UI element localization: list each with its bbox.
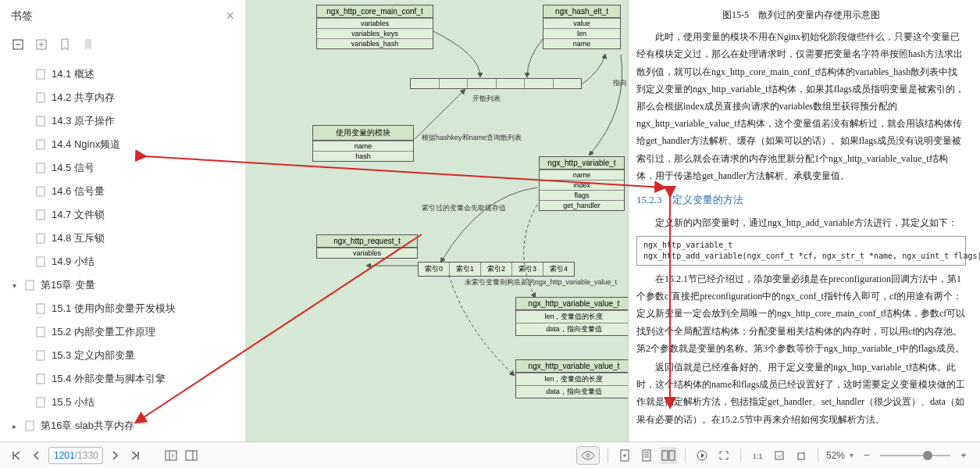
bookmark-item[interactable]: ▸第16章 slab共享内存 [8,414,237,438]
svg-rect-38 [775,452,783,459]
paragraph: 在15.2.1节已经介绍过，添加变量必须是在preconfiguration回调… [636,270,966,357]
page-layout-button[interactable] [183,447,200,464]
svg-rect-34 [662,451,668,460]
svg-rect-26 [186,451,197,460]
paragraph: 此时，使用变量的模块不用在Nginx初始化阶段做些什么，只要这个变量已经有模块定… [636,28,966,184]
zoom-slider[interactable] [880,449,950,462]
bookmark-item[interactable]: 15.1 使用内部变量开发模块 [8,297,237,320]
svg-rect-7 [37,116,45,126]
play-button[interactable] [693,447,711,464]
svg-rect-20 [26,421,34,430]
svg-point-28 [586,454,590,457]
first-page-button[interactable] [8,447,25,464]
svg-rect-18 [37,374,45,384]
bookmark-item[interactable]: 14.6 信号量 [8,180,237,203]
expand-all-icon[interactable] [11,38,25,52]
toggle-sidebar-button[interactable] [162,447,180,464]
page-text: 图15-5 散列过的变量内存使用示意图 此时，使用变量的模块不用在Nginx初始… [629,0,980,441]
bookmark-page-icon [36,327,47,338]
bookmark-page-icon [36,397,47,408]
svg-rect-8 [37,140,45,149]
single-page-button[interactable] [616,447,633,464]
paragraph: 定义新的内部变量时，通过ngx_http_add_variable方法进行，其定… [636,214,966,231]
rotate-button[interactable] [793,447,810,464]
svg-rect-19 [37,398,45,407]
svg-rect-35 [669,451,675,460]
svg-rect-5 [37,70,45,79]
svg-rect-12 [37,234,45,243]
svg-text:1:1: 1:1 [753,452,763,460]
bookmark-page-icon [36,303,47,314]
bookmark-item[interactable]: 14.2 共享内存 [8,86,237,109]
bookmark-item[interactable]: 14.8 互斥锁 [8,227,237,250]
svg-rect-9 [37,163,45,173]
bookmark-page-icon [36,373,47,384]
next-page-button[interactable] [106,447,123,464]
bookmark-page-icon [36,209,47,220]
svg-rect-11 [37,210,45,220]
bookmark-item[interactable]: 15.2 内部变量工作原理 [8,320,237,344]
footer-toolbar: 1201/1330 1:1 52% ▾ − + [0,441,980,468]
two-page-button[interactable] [660,447,677,464]
code-block: ngx_http_variable_t ngx_http_add_variabl… [636,236,966,266]
bookmark-ribbon-icon[interactable] [81,38,95,52]
bookmark-page-icon [36,350,47,361]
continuous-page-button[interactable] [638,447,655,464]
sidebar-title: 书签 [11,9,33,23]
bookmark-item[interactable]: 15.4 外部变量与脚本引擎 [8,367,237,391]
svg-rect-6 [37,93,45,102]
bookmark-page-icon [36,92,47,103]
page-diagram: ngx_http_core_main_conf_t variables vari… [246,0,629,441]
bookmark-icon[interactable] [58,38,72,52]
reading-mode-button[interactable] [576,446,600,465]
svg-rect-15 [37,304,45,313]
collapse-all-icon[interactable] [34,38,48,52]
bookmark-page-icon [36,116,47,127]
bookmark-page-icon [36,69,47,80]
bookmark-item[interactable]: 14.1 概述 [8,63,237,86]
bookmark-page-icon [36,186,47,197]
bookmark-item[interactable]: 14.9 小结 [8,250,237,273]
bookmark-item[interactable]: 14.5 信号 [8,156,237,180]
bookmark-item[interactable]: ▾第15章 变量 [8,273,237,297]
bookmark-item[interactable]: 14.7 文件锁 [8,203,237,227]
last-page-button[interactable] [127,447,144,464]
svg-rect-24 [166,451,176,460]
page-number-input[interactable]: 1201/1330 [48,447,103,464]
fullscreen-button[interactable] [715,447,732,464]
svg-rect-17 [37,351,45,360]
bookmark-page-icon [36,256,47,267]
bookmark-page-icon [36,233,47,244]
fit-width-button[interactable]: 1:1 [749,447,766,464]
bookmarks-sidebar: 书签 × 14.1 概述14.2 共享内存14.3 原子操作14.4 Nginx… [0,0,246,441]
bookmark-tree: 14.1 概述14.2 共享内存14.3 原子操作14.4 Nginx频道14.… [0,59,245,441]
bookmark-item[interactable]: 15.3 定义内部变量 [8,344,237,367]
svg-rect-14 [26,280,34,290]
paragraph: 返回值就是已经准备好的、用于定义变量的ngx_http_variable_t结构… [636,359,966,428]
zoom-out-button[interactable]: − [858,447,875,464]
svg-rect-13 [37,257,45,266]
svg-rect-39 [798,453,804,459]
close-sidebar-button[interactable]: × [226,8,234,24]
svg-rect-30 [643,450,650,461]
svg-rect-10 [37,187,45,196]
zoom-label: 52% [826,450,845,461]
bookmark-item[interactable]: 15.5 小结 [8,391,237,414]
svg-rect-16 [37,327,45,337]
figure-caption: 图15-5 散列过的变量内存使用示意图 [636,2,966,28]
bookmark-page-icon [36,139,47,150]
zoom-in-button[interactable]: + [955,447,972,464]
bookmark-page-icon [36,163,47,173]
bookmark-item[interactable]: 14.3 原子操作 [8,109,237,133]
fit-page-button[interactable] [771,447,788,464]
section-heading: 15.2.3 定义变量的方法 [636,191,966,209]
bookmark-page-icon [25,420,36,431]
bookmark-item[interactable]: 14.4 Nginx频道 [8,133,237,156]
prev-page-button[interactable] [28,447,45,464]
bookmark-page-icon [25,280,36,291]
